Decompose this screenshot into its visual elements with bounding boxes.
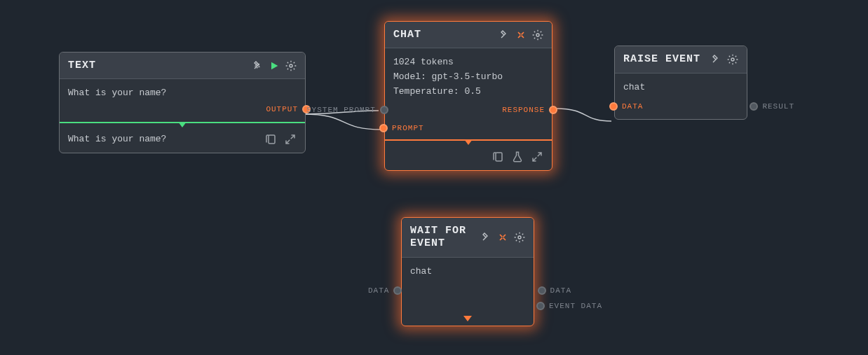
gear-icon[interactable] <box>532 29 543 41</box>
caret-down <box>385 139 552 145</box>
gear-icon[interactable] <box>285 60 297 71</box>
port-dot[interactable] <box>380 106 388 114</box>
play-icon[interactable] <box>269 60 280 71</box>
node-title: RAISE EVENT <box>623 53 700 66</box>
port-data-in[interactable]: DATA <box>368 286 402 295</box>
pin-icon[interactable] <box>499 29 510 41</box>
node-header[interactable]: WAIT FOR EVENT <box>402 218 534 258</box>
svg-point-2 <box>536 34 539 36</box>
port-result[interactable]: RESULT <box>750 102 794 111</box>
node-header[interactable]: RAISE EVENT <box>615 46 747 74</box>
chat-model: Model: gpt-3.5-turbo <box>393 70 543 85</box>
port-dot[interactable] <box>393 286 402 295</box>
chat-temperature: Temperature: 0.5 <box>393 85 543 99</box>
node-raise-event[interactable]: RAISE EVENT chat DATA RESULT <box>614 46 747 120</box>
port-prompt[interactable]: PROMPT <box>379 124 424 132</box>
pin-icon[interactable] <box>480 232 491 243</box>
port-label: DATA <box>368 286 389 295</box>
raise-body: chat <box>623 81 738 95</box>
port-label: DATA <box>622 102 643 111</box>
svg-rect-1 <box>269 135 275 144</box>
node-body: chat <box>402 258 534 286</box>
node-chat[interactable]: CHAT 1024 tokens Model: gpt-3.5-turbo Te… <box>384 21 552 171</box>
node-title: TEXT <box>68 60 96 71</box>
port-label: DATA <box>550 286 571 295</box>
port-label: RESPONSE <box>502 106 545 114</box>
disconnect-icon[interactable] <box>515 29 527 41</box>
port-dot[interactable] <box>609 102 618 111</box>
port-dot[interactable] <box>538 286 546 295</box>
port-label: OUTPUT <box>266 105 298 113</box>
expand-icon[interactable] <box>284 133 297 146</box>
svg-rect-3 <box>496 153 502 161</box>
chat-tokens: 1024 tokens <box>393 55 543 70</box>
gear-icon[interactable] <box>727 54 738 65</box>
port-dot[interactable] <box>750 102 758 111</box>
caret-down <box>60 122 305 127</box>
expand-icon[interactable] <box>531 151 543 163</box>
svg-point-4 <box>731 58 734 61</box>
port-dot[interactable] <box>536 302 545 310</box>
port-data[interactable]: DATA <box>609 102 643 111</box>
node-header[interactable]: TEXT <box>60 53 305 79</box>
svg-point-0 <box>290 64 292 67</box>
node-text[interactable]: TEXT What is your name? OUTPUT What is y… <box>59 52 306 153</box>
result-text: What is your name? <box>68 134 166 144</box>
node-title: CHAT <box>393 29 421 41</box>
disconnect-icon[interactable] <box>497 232 508 243</box>
port-label: SYSTEM PROMPT <box>306 106 376 114</box>
port-label: PROMPT <box>392 124 424 132</box>
node-body: What is your name? <box>60 79 305 108</box>
port-dot[interactable] <box>549 106 557 114</box>
port-label: RESULT <box>762 102 794 111</box>
node-body: 1024 tokens Model: gpt-3.5-turbo Tempera… <box>385 48 552 106</box>
node-body: chat <box>615 74 747 102</box>
copy-icon[interactable] <box>264 133 277 146</box>
node-wait-for-event[interactable]: WAIT FOR EVENT chat DATA DATA EVENT DATA <box>401 217 534 326</box>
node-footer <box>385 145 552 170</box>
pin-icon[interactable] <box>710 54 721 65</box>
port-dot[interactable] <box>379 124 388 132</box>
pin-icon[interactable] <box>252 60 263 71</box>
port-label: EVENT DATA <box>549 302 602 310</box>
svg-point-5 <box>518 236 521 239</box>
port-output[interactable]: OUTPUT <box>266 105 311 113</box>
port-response[interactable]: RESPONSE <box>502 106 557 114</box>
gear-icon[interactable] <box>514 232 525 243</box>
caret-down <box>402 316 534 326</box>
flask-icon[interactable] <box>511 151 524 163</box>
port-event-data[interactable]: EVENT DATA <box>536 302 602 310</box>
port-data-out[interactable]: DATA <box>538 286 571 295</box>
node-title: WAIT FOR EVENT <box>410 225 480 250</box>
copy-icon[interactable] <box>491 151 504 163</box>
port-system-prompt[interactable]: SYSTEM PROMPT <box>306 106 388 114</box>
text-content: What is your name? <box>68 86 297 101</box>
wait-body: chat <box>410 265 525 279</box>
node-header[interactable]: CHAT <box>385 22 552 48</box>
